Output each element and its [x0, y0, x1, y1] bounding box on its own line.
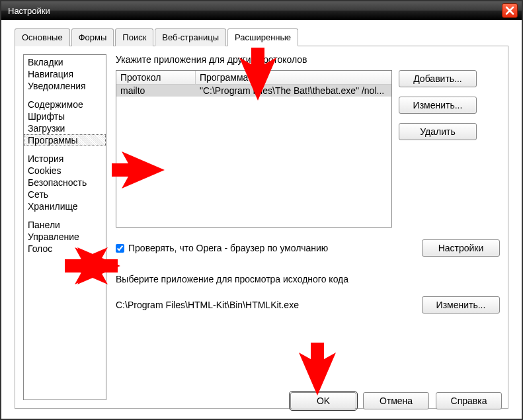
dialog-buttons: OK Отмена Справка: [290, 392, 502, 409]
sidebar-item-downloads[interactable]: Загрузки: [24, 122, 106, 134]
window-title: Настройки: [8, 6, 50, 16]
ok-button[interactable]: OK: [290, 392, 356, 409]
sidebar-item-tabs[interactable]: Вкладки: [24, 56, 106, 68]
th-program[interactable]: Программа: [196, 71, 391, 84]
td-protocol: mailto: [116, 85, 196, 97]
default-browser-settings-button[interactable]: Настройки: [422, 239, 500, 257]
close-icon: [505, 6, 514, 15]
sidebar-item-history[interactable]: История: [24, 153, 106, 165]
sidebar-item-storage[interactable]: Хранилище: [24, 200, 106, 212]
default-browser-label: Проверять, что Opera - браузер по умолча…: [128, 243, 418, 253]
th-protocol[interactable]: Протокол: [116, 71, 196, 84]
sidebar-item-notifications[interactable]: Уведомления: [24, 80, 106, 92]
tab-basic[interactable]: Основные: [15, 28, 70, 46]
table-header: Протокол Программа: [116, 71, 391, 85]
delete-button[interactable]: Удалить: [399, 123, 477, 140]
sidebar-item-programs[interactable]: Программы: [24, 134, 106, 146]
protocols-table[interactable]: Протокол Программа mailto "C:\Program Fi…: [116, 70, 392, 228]
close-button[interactable]: [502, 3, 518, 18]
default-browser-row: Проверять, что Opera - браузер по умолча…: [116, 239, 500, 257]
main-panel: Укажите приложения для других протоколов…: [116, 54, 500, 400]
table-buttons: Добавить... Изменить... Удалить: [399, 70, 477, 228]
sidebar-item-panels[interactable]: Панели: [24, 219, 106, 231]
sidebar: Вкладки Навигация Уведомления Содержимое…: [23, 54, 106, 400]
tab-strip: Основные Формы Поиск Веб-страницы Расшир…: [15, 28, 508, 46]
tab-webpages[interactable]: Веб-страницы: [155, 28, 226, 46]
tab-forms[interactable]: Формы: [71, 28, 114, 46]
sidebar-item-security[interactable]: Безопасность: [24, 177, 106, 189]
sidebar-item-content[interactable]: Содержимое: [24, 99, 106, 110]
settings-window: Настройки Основные Формы Поиск Веб-стран…: [0, 0, 523, 420]
sidebar-item-voice[interactable]: Голос: [24, 243, 106, 255]
protocols-label: Укажите приложения для других протоколов: [116, 54, 500, 65]
help-button[interactable]: Справка: [436, 392, 502, 409]
source-viewer-section: Выберите приложение для просмотра исходн…: [116, 274, 500, 314]
source-viewer-edit-button[interactable]: Изменить...: [422, 296, 500, 314]
cancel-button[interactable]: Отмена: [363, 392, 429, 409]
td-program: "C:\Program Files\The Bat!\thebat.exe" /…: [196, 85, 391, 97]
table-row[interactable]: mailto "C:\Program Files\The Bat!\thebat…: [116, 85, 391, 97]
tab-search[interactable]: Поиск: [115, 28, 153, 46]
dialog-body: Основные Формы Поиск Веб-страницы Расшир…: [15, 28, 508, 405]
source-viewer-label: Выберите приложение для просмотра исходн…: [116, 274, 500, 284]
source-viewer-path: C:\Program Files\HTML-Kit\Bin\HTMLKit.ex…: [116, 300, 422, 310]
titlebar: Настройки: [1, 1, 522, 20]
sidebar-item-network[interactable]: Сеть: [24, 189, 106, 200]
default-browser-checkbox[interactable]: [116, 244, 124, 253]
sidebar-item-controls[interactable]: Управление: [24, 231, 106, 243]
add-button[interactable]: Добавить...: [399, 70, 477, 87]
sidebar-item-fonts[interactable]: Шрифты: [24, 110, 106, 122]
sidebar-item-cookies[interactable]: Cookies: [24, 165, 106, 177]
tab-content: Вкладки Навигация Уведомления Содержимое…: [15, 46, 508, 409]
edit-button[interactable]: Изменить...: [399, 97, 477, 114]
sidebar-item-navigation[interactable]: Навигация: [24, 68, 106, 80]
tab-advanced[interactable]: Расширенные: [227, 28, 298, 46]
